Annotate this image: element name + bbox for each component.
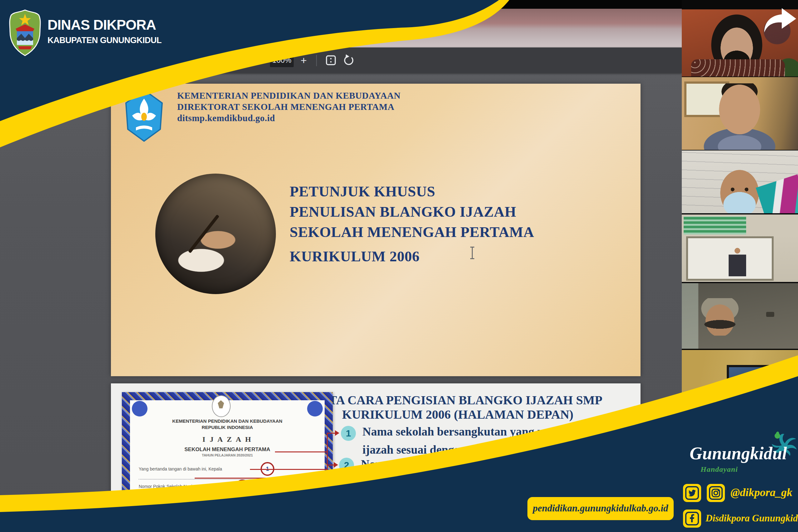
rotate-icon[interactable]: [343, 54, 355, 66]
certificate-row-num: 3: [179, 488, 193, 502]
page-total: 55: [234, 53, 243, 67]
item-3-line1: Nama nomenklatur kabupaten/kota*) (: [362, 479, 561, 493]
website-banner: pendidikan.gunungkidulkab.go.id: [527, 497, 674, 520]
org-branding: DINAS DIKPORA KABUPATEN GUNUNGKIDUL: [9, 10, 41, 57]
slide1-title-line1: PETUNJUK KHUSUS: [290, 183, 435, 200]
certificate-header1: KEMENTERIAN PENDIDIKAN DAN KEBUDAYAAN: [130, 418, 325, 424]
twitter-instagram-handle: @dikpora_gk: [730, 486, 792, 499]
slide1-title-line4: KURIKULUM 2006: [290, 248, 420, 265]
slide-page-12: KEMENTERIAN PENDIDIKAN DAN KEBUDAYAAN DI…: [111, 84, 640, 376]
callout-line: [327, 464, 334, 466]
gunungkidul-crest: [9, 10, 41, 56]
writing-hand-photo: [155, 174, 276, 294]
item-1-line2: ijazah sesuai dengan nomenklatur.: [362, 443, 538, 456]
slide1-ministry-line1: KEMENTERIAN PENDIDIKAN DAN KEBUDAYAAN: [177, 91, 401, 101]
certificate-year: TAHUN PELAJARAN 2020/2021: [130, 453, 325, 457]
certificate-header2: REPUBLIK INDONESIA: [130, 424, 325, 430]
classroom-banner: [684, 216, 746, 234]
callout-line: [275, 452, 327, 452]
page-number-input[interactable]: 12: [210, 53, 225, 67]
handayani-tagline: Handayani: [701, 465, 738, 474]
certificate-row-num: 4: [158, 497, 171, 511]
garuda-emblem: [212, 395, 231, 417]
participant-5-glasses-man: [682, 283, 798, 349]
certificate-corner-ornament: [132, 401, 147, 417]
callout-arrow: [334, 462, 338, 468]
certificate-title: I J A Z A H: [130, 435, 325, 444]
callout-arrow: [335, 430, 339, 436]
item-3-bullet: 3: [340, 481, 355, 496]
screenshot-root: 12 / 55 − 100% +: [0, 0, 798, 532]
zoom-out-button[interactable]: −: [252, 53, 266, 67]
certificate-corner-ornament: [307, 401, 323, 417]
callout-line: [195, 478, 327, 479]
window-top-bar: [0, 0, 798, 9]
participant-6-yellow-room: [682, 350, 798, 419]
zoom-in-button[interactable]: +: [297, 53, 311, 67]
share-icon[interactable]: [762, 7, 797, 34]
item-2-bullet: 2: [339, 458, 354, 473]
certificate-blank-line: [139, 479, 300, 479]
facebook-name: Disdikpora Gunungkidul: [706, 513, 798, 524]
ijazah-certificate-preview: KEMENTERIAN PENDIDIKAN DAN KEBUDAYAAN RE…: [122, 392, 333, 532]
callout-line: [173, 487, 327, 487]
slide1-title-line3: SEKOLAH MENENGAH PERTAMA: [290, 224, 534, 241]
slide1-ministry-line2: DIREKTORAT SEKOLAH MENENGAH PERTAMA: [177, 102, 394, 112]
item-1-line1: Nama sekolah bersangkutan yang menerbitk…: [362, 424, 603, 438]
slide1-ministry-line3: ditsmp.kemdikbud.go.id: [177, 113, 275, 123]
certificate-row-label: Yang bertanda tangan di bawah ini, Kepal…: [139, 467, 222, 471]
item-1-bullet: 1: [341, 426, 356, 441]
instagram-icon[interactable]: [707, 484, 725, 502]
org-name: DINAS DIKPORA: [48, 17, 156, 33]
fit-page-icon[interactable]: [325, 54, 337, 66]
item-3-line2: mencoret): [362, 497, 413, 511]
callout-line: [327, 488, 334, 489]
toolbar-divider: [316, 55, 317, 66]
participant-video-2[interactable]: [682, 77, 798, 150]
participant-video-5[interactable]: [682, 283, 798, 349]
participant-video-3[interactable]: [682, 151, 798, 213]
zoom-level-input[interactable]: 100%: [270, 53, 294, 67]
slide2-title-line2: KURIKULUM 2006 (HALAMAN DEPAN): [286, 407, 630, 422]
participant-video-6[interactable]: [682, 350, 798, 419]
org-subtitle: KABUPATEN GUNUNGKIDUL: [48, 36, 162, 45]
gunungkidul-wordmark: Gunungkidul: [687, 443, 790, 463]
pen-shape: [188, 214, 219, 253]
participant-video-4[interactable]: [682, 214, 798, 282]
pdf-toolbar: 12 / 55 − 100% +: [0, 48, 682, 73]
facebook-icon[interactable]: [683, 510, 701, 528]
callout-line: [327, 433, 335, 434]
participant-2-batik-man: [682, 77, 798, 150]
callout-line: [327, 433, 328, 495]
page-separator: /: [228, 53, 230, 67]
text-cursor: [472, 247, 473, 259]
callout-arrow: [334, 485, 339, 491]
participant-3-masked-man-whiteboard: [682, 151, 798, 213]
twitter-icon[interactable]: [683, 484, 701, 502]
item-2-line1: Nomor Pokok Sekolah Nasional (NPSN): [361, 457, 564, 471]
certificate-row-label: Provinsi: [139, 501, 155, 507]
toolbar-divider: [250, 55, 251, 66]
slide2-title-line1: TATA CARA PENGISIAN BLANGKO IJAZAH SMP: [286, 393, 630, 407]
slide1-title-line2: PENULISAN BLANGKO IJAZAH: [290, 203, 516, 220]
tut-wuri-handayani-logo: [123, 89, 165, 142]
certificate-row-note: menerangkan bahwa: [264, 501, 308, 507]
callout-line: [250, 469, 327, 470]
